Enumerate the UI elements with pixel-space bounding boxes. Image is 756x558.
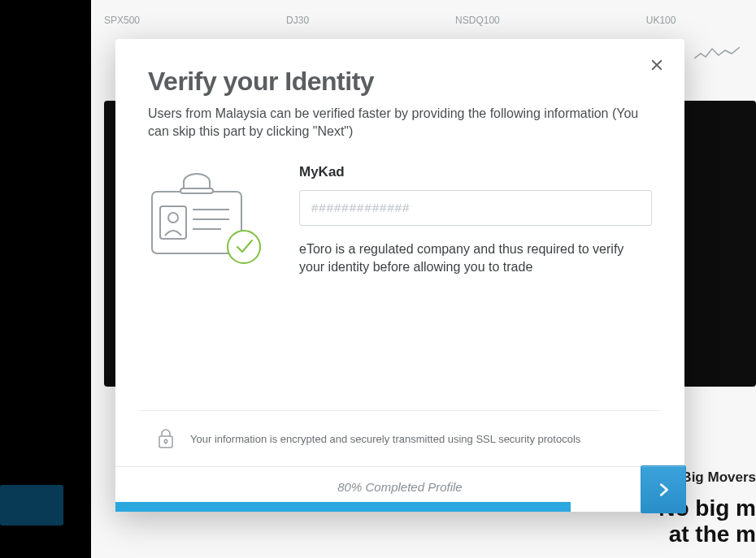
form-fields: MyKad eToro is a regulated company and t… [299, 164, 652, 277]
svg-point-4 [168, 213, 178, 223]
mykad-input[interactable] [299, 190, 652, 226]
close-icon [650, 58, 664, 72]
modal-footer: 80% Completed Profile [115, 466, 684, 512]
progress-label: 80% Completed Profile [115, 480, 684, 499]
svg-rect-8 [180, 188, 213, 193]
verify-identity-modal: Verify your Identity Users from Malaysia… [115, 39, 684, 512]
modal-overlay: Verify your Identity Users from Malaysia… [0, 0, 756, 558]
security-row: Your information is encrypted and secure… [115, 411, 684, 466]
close-button[interactable] [645, 54, 668, 76]
security-text: Your information is encrypted and secure… [190, 433, 580, 445]
next-button[interactable] [641, 465, 686, 513]
svg-rect-10 [159, 436, 172, 448]
lock-icon [156, 427, 176, 450]
chevron-right-icon [654, 481, 672, 499]
svg-point-11 [164, 439, 167, 443]
id-card-illustration [148, 169, 270, 270]
modal-body: Verify your Identity Users from Malaysia… [115, 39, 684, 410]
svg-point-9 [228, 231, 260, 263]
mykad-label: MyKad [299, 164, 652, 180]
modal-title: Verify your Identity [148, 67, 652, 97]
modal-subtitle: Users from Malaysia can be verified fast… [148, 105, 652, 141]
progress-bar [115, 502, 571, 512]
helper-text: eToro is a regulated company and thus re… [299, 240, 652, 277]
form-row: MyKad eToro is a regulated company and t… [148, 164, 652, 277]
